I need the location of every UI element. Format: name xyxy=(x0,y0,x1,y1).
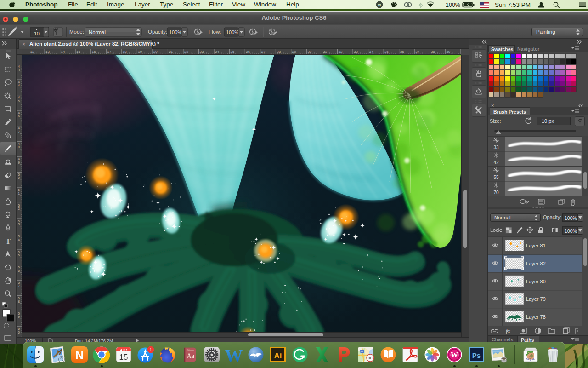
svg-text:w: w xyxy=(377,2,381,7)
svg-text:12: 12 xyxy=(30,50,34,54)
svg-text:6: 6 xyxy=(18,114,20,118)
svg-text:Ai: Ai xyxy=(274,351,282,360)
svg-text:Layer 82: Layer 82 xyxy=(526,261,546,266)
svg-text:5: 5 xyxy=(18,253,20,257)
svg-text:N: N xyxy=(75,349,84,362)
svg-text:38: 38 xyxy=(431,50,435,54)
svg-text:100%: 100% xyxy=(446,2,460,8)
svg-text:19: 19 xyxy=(138,50,142,54)
svg-text:4: 4 xyxy=(18,238,20,242)
svg-text:Opacity:: Opacity: xyxy=(148,29,167,34)
svg-text:24: 24 xyxy=(215,50,219,54)
svg-text:34: 34 xyxy=(369,50,373,54)
svg-text:T: T xyxy=(6,237,11,245)
svg-text:Aa: Aa xyxy=(187,352,195,359)
svg-text:Flow:: Flow: xyxy=(209,29,221,34)
svg-text:6: 6 xyxy=(18,269,20,273)
svg-text:1: 1 xyxy=(149,347,152,352)
svg-text:16: 16 xyxy=(92,50,96,54)
svg-text:32: 32 xyxy=(339,50,343,54)
svg-text:1: 1 xyxy=(18,191,20,196)
svg-text:23: 23 xyxy=(200,50,204,54)
svg-text:3D: 3D xyxy=(368,356,373,360)
svg-text:27: 27 xyxy=(261,50,266,54)
svg-text:39: 39 xyxy=(446,50,450,54)
svg-text:0: 0 xyxy=(18,330,20,334)
svg-text:25: 25 xyxy=(231,50,235,54)
svg-text:380: 380 xyxy=(360,350,364,353)
svg-text:Layer 81: Layer 81 xyxy=(526,243,546,248)
svg-text:Layer 80: Layer 80 xyxy=(526,279,546,284)
svg-text:Normal: Normal xyxy=(89,29,106,35)
svg-text:Layer 79: Layer 79 xyxy=(526,296,546,302)
svg-text:36: 36 xyxy=(400,50,404,54)
svg-text:35: 35 xyxy=(384,50,389,54)
svg-text:9: 9 xyxy=(18,315,20,319)
svg-text:30: 30 xyxy=(307,50,311,54)
svg-text:2: 2 xyxy=(18,207,20,211)
svg-text:33: 33 xyxy=(354,50,358,54)
svg-text:31: 31 xyxy=(323,50,327,54)
svg-text:8: 8 xyxy=(18,299,20,304)
svg-text:0: 0 xyxy=(18,176,20,180)
svg-text:15: 15 xyxy=(76,50,80,54)
svg-text:42: 42 xyxy=(493,160,499,165)
svg-text:W: W xyxy=(225,346,243,363)
svg-text:9: 9 xyxy=(18,161,20,165)
svg-text:70: 70 xyxy=(493,190,499,195)
svg-text:29: 29 xyxy=(292,50,296,54)
svg-text:15: 15 xyxy=(119,353,128,362)
svg-text:Mode:: Mode: xyxy=(69,29,84,34)
svg-text:20: 20 xyxy=(153,50,158,54)
svg-text:fx: fx xyxy=(506,328,510,334)
svg-text:55: 55 xyxy=(493,175,499,180)
svg-text:26: 26 xyxy=(246,50,250,54)
svg-text:8: 8 xyxy=(18,145,20,149)
svg-text:22: 22 xyxy=(184,50,188,54)
svg-text:Sun 7:53 PM: Sun 7:53 PM xyxy=(495,1,531,8)
svg-text:100%: 100% xyxy=(169,29,182,35)
svg-text:3: 3 xyxy=(18,68,20,72)
svg-text:33: 33 xyxy=(493,145,499,150)
svg-text:Dictionary: Dictionary xyxy=(187,349,194,351)
svg-text:28: 28 xyxy=(277,50,281,54)
svg-text:Layer 78: Layer 78 xyxy=(526,314,546,320)
svg-text:13: 13 xyxy=(45,50,50,54)
svg-text:APR: APR xyxy=(120,348,127,351)
svg-text:17: 17 xyxy=(107,50,111,54)
svg-text:100%: 100% xyxy=(226,29,239,35)
svg-text:7: 7 xyxy=(18,130,20,134)
svg-text:5: 5 xyxy=(18,99,20,103)
svg-text:3: 3 xyxy=(18,222,20,226)
svg-text:7: 7 xyxy=(18,284,20,288)
svg-text:18: 18 xyxy=(123,50,127,54)
svg-text:37: 37 xyxy=(415,50,419,54)
svg-text:21: 21 xyxy=(169,50,173,54)
svg-text:4: 4 xyxy=(18,83,20,87)
svg-text:14: 14 xyxy=(61,50,65,54)
svg-text:10: 10 xyxy=(34,31,40,36)
svg-text:Ps: Ps xyxy=(472,351,481,359)
